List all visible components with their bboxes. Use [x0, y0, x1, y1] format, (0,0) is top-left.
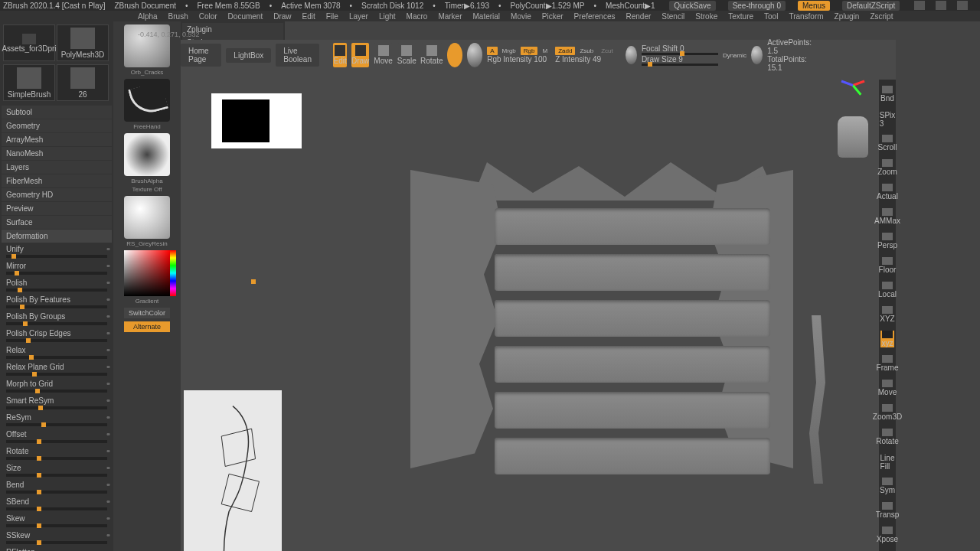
menu-document[interactable]: Document — [228, 12, 263, 21]
mode-edit[interactable]: Edit — [333, 43, 347, 67]
section-surface[interactable]: Surface — [2, 216, 112, 229]
menu-render[interactable]: Render — [626, 12, 652, 21]
menu-texture[interactable]: Texture — [728, 12, 753, 21]
shelf-PolyMesh3D[interactable]: PolyMesh3D — [57, 24, 109, 61]
seethrough-slider[interactable]: See-through 0 — [728, 1, 786, 11]
nav-move[interactable]: Move — [880, 380, 894, 396]
switchcolor-button[interactable]: SwitchColor — [124, 308, 170, 318]
section-arraymesh[interactable]: ArrayMesh — [2, 133, 112, 146]
rgb-intensity[interactable]: Rgb Intensity 100 — [487, 55, 550, 64]
menu-transform[interactable]: Transform — [789, 12, 823, 21]
menu-macro[interactable]: Macro — [407, 12, 428, 21]
alpha-thumb[interactable] — [124, 133, 170, 176]
slider-rotate[interactable]: Rotate•• — [2, 445, 112, 461]
default-zscript[interactable]: DefaultZScript — [842, 1, 900, 11]
slider-polish-crisp-edges[interactable]: Polish Crisp Edges•• — [2, 328, 112, 344]
section-preview[interactable]: Preview — [2, 202, 112, 215]
close-icon[interactable] — [957, 1, 968, 10]
sphere-icon[interactable] — [467, 43, 482, 67]
nav-persp[interactable]: Persp — [880, 233, 894, 249]
nav-linefill[interactable]: Line Fill — [880, 453, 894, 470]
nav-spix3[interactable]: SPix 3 — [880, 110, 894, 127]
minimize-icon[interactable] — [914, 1, 925, 10]
nav-transp[interactable]: Transp — [880, 502, 894, 519]
menus-toggle[interactable]: Menus — [798, 1, 830, 11]
mode-rotate[interactable]: Rotate — [421, 43, 443, 67]
section-layers[interactable]: Layers — [2, 161, 112, 174]
hue-strip[interactable] — [170, 250, 176, 296]
size-icon[interactable] — [751, 46, 763, 64]
slider-smart-resym[interactable]: Smart ReSym•• — [2, 395, 112, 411]
section-geometry hd[interactable]: Geometry HD — [2, 188, 112, 201]
menu-brush[interactable]: Brush — [168, 12, 188, 21]
nav-xyz[interactable]: XYZ — [880, 306, 894, 323]
slider-relax-plane-grid[interactable]: Relax Plane Grid•• — [2, 361, 112, 377]
nav-zoom3d[interactable]: Zoom3D — [880, 404, 894, 421]
slider-offset[interactable]: Offset•• — [2, 429, 112, 445]
slider-size[interactable]: Size•• — [2, 462, 112, 478]
slider-polish-by-features[interactable]: Polish By Features•• — [2, 294, 112, 310]
section-subtool[interactable]: Subtool — [2, 106, 112, 119]
nav-floor[interactable]: Floor — [880, 257, 894, 274]
shelf-SimpleBrush[interactable]: SimpleBrush — [3, 64, 55, 101]
menu-zscript[interactable]: Zscript — [870, 12, 893, 21]
material-thumb[interactable] — [124, 196, 170, 239]
slider-resym[interactable]: ReSym•• — [2, 412, 112, 428]
slider-polish-by-groups[interactable]: Polish By Groups•• — [2, 311, 112, 327]
tab-liveboolean[interactable]: Live Boolean — [276, 44, 319, 67]
nav-scroll[interactable]: Scroll — [880, 135, 894, 152]
axis-gizmo[interactable] — [838, 69, 868, 99]
menu-color[interactable]: Color — [199, 12, 217, 21]
slider-sbend[interactable]: SBend•• — [2, 496, 112, 512]
menu-preferences[interactable]: Preferences — [574, 12, 616, 21]
color-picker[interactable] — [124, 250, 170, 296]
reference-thumb[interactable] — [211, 93, 302, 148]
viewport[interactable]: BndSPix 3ScrollZoomActualAMMaxPerspFloor… — [181, 40, 896, 551]
menu-file[interactable]: File — [326, 12, 338, 21]
slider-unify[interactable]: Unify•• — [2, 243, 112, 259]
slider-polish[interactable]: Polish•• — [2, 277, 112, 293]
menu-stroke[interactable]: Stroke — [695, 12, 717, 21]
quicksave-button[interactable]: QuickSave — [669, 1, 715, 11]
dynamic-toggle[interactable]: Dynamic — [723, 52, 746, 59]
nav-zoom[interactable]: Zoom — [880, 159, 894, 176]
nav-rotate[interactable]: Rotate — [880, 429, 894, 445]
nav-actual[interactable]: Actual — [880, 184, 894, 201]
section-fibermesh[interactable]: FiberMesh — [2, 174, 112, 187]
camera-head-icon[interactable] — [838, 116, 868, 158]
focal-slider[interactable]: Focal Shift 0Draw Size 9 — [642, 44, 718, 66]
menu-edit[interactable]: Edit — [302, 12, 315, 21]
menu-alpha[interactable]: Alpha — [138, 12, 158, 21]
slider-mirror[interactable]: Mirror•• — [2, 260, 112, 276]
shelf-Assets_for3Dpri[interactable]: 26 — [57, 64, 109, 101]
slider-morph-to-grid[interactable]: Morph to Grid•• — [2, 378, 112, 394]
nav-local[interactable]: Local — [880, 282, 894, 298]
menu-stencil[interactable]: Stencil — [662, 12, 684, 21]
nav-xpose[interactable]: Xpose — [880, 527, 894, 543]
gizmo-icon[interactable] — [447, 43, 462, 67]
menu-layer[interactable]: Layer — [349, 12, 368, 21]
menu-marker[interactable]: Marker — [438, 12, 462, 21]
mode-move[interactable]: Move — [374, 43, 392, 67]
slider-bend[interactable]: Bend•• — [2, 479, 112, 495]
nav-fit[interactable]: xyz — [880, 331, 894, 347]
mode-draw[interactable]: Draw — [351, 43, 369, 67]
menu-tool[interactable]: Tool — [764, 12, 778, 21]
menu-picker[interactable]: Picker — [542, 12, 564, 21]
section-geometry[interactable]: Geometry — [2, 119, 112, 132]
menu-draw[interactable]: Draw — [273, 12, 291, 21]
nav-bnd[interactable]: Bnd — [880, 86, 894, 103]
maximize-icon[interactable] — [936, 1, 946, 10]
mode-scale[interactable]: Scale — [397, 43, 416, 67]
slider-skew[interactable]: Skew•• — [2, 513, 112, 529]
menu-material[interactable]: Material — [473, 12, 501, 21]
menu-zplugin[interactable]: Zplugin — [835, 12, 860, 21]
tab-lightbox[interactable]: LightBox — [226, 48, 271, 63]
alternate-button[interactable]: Alternate — [124, 321, 170, 332]
section-deformation[interactable]: Deformation — [2, 230, 112, 243]
section-nanomesh[interactable]: NanoMesh — [2, 147, 112, 160]
slider-rflatten[interactable]: RFlatten•• — [2, 546, 112, 551]
menu-movie[interactable]: Movie — [511, 12, 531, 21]
slider-relax[interactable]: Relax•• — [2, 344, 112, 360]
stroke-thumb[interactable] — [124, 79, 170, 122]
